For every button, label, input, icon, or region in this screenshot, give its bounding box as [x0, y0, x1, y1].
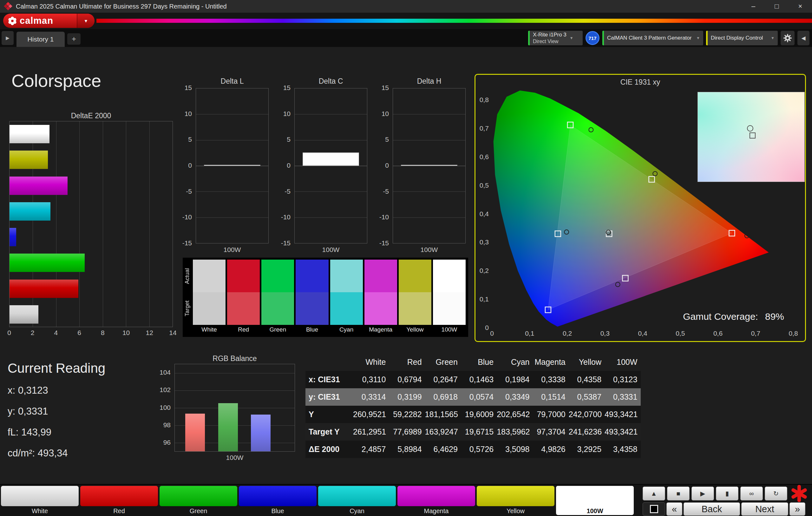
- table-row-label: Y: [306, 410, 353, 419]
- delta-h-bar: [401, 165, 457, 166]
- table-cell: 0,5387: [569, 392, 605, 402]
- cie-x-tick: 0,1: [517, 330, 542, 337]
- cie-x-tick: 0,4: [630, 330, 655, 337]
- delta-c-y-tick: 10: [274, 110, 291, 118]
- table-header-cell: Blue: [461, 358, 497, 367]
- table-header-cell: Magenta: [532, 358, 569, 367]
- eject-button[interactable]: ▲: [643, 487, 665, 500]
- swatch-target: [296, 292, 328, 325]
- add-tab-button[interactable]: +: [67, 33, 81, 45]
- table-cell: 0,6918: [425, 392, 461, 402]
- table-cell: 3,2925: [569, 445, 605, 454]
- deltae-x-tick: 0: [7, 329, 11, 337]
- table-row-label: y: CIE31: [306, 392, 353, 402]
- pattern-button-cyan[interactable]: Cyan: [318, 486, 396, 515]
- maximize-button[interactable]: □: [765, 0, 788, 13]
- back-button[interactable]: Back: [684, 503, 740, 516]
- logo-row: calman ▼: [0, 13, 812, 29]
- calman-flower-icon: [8, 16, 17, 26]
- delta-l-chart: [196, 88, 269, 243]
- table-cell: 4,9826: [532, 445, 569, 454]
- pattern-disabled-asterisk-icon: [790, 485, 808, 502]
- chevron-left-icon[interactable]: «: [666, 503, 682, 516]
- pattern-swatch: [398, 486, 475, 506]
- cie-y-tick: 0,4: [475, 210, 489, 218]
- display-control-dropdown[interactable]: Direct Display Control ▼: [706, 31, 778, 45]
- meter-mode: Direct View: [533, 38, 567, 45]
- deltae-chart: [9, 121, 173, 327]
- swatch-target: [227, 292, 260, 325]
- calman-menu-button[interactable]: calman ▼: [3, 13, 94, 28]
- delta-l-y-tick: 5: [175, 135, 192, 143]
- minimize-button[interactable]: –: [742, 0, 765, 13]
- loop-button[interactable]: ∞: [740, 487, 763, 500]
- deltae-bar-red: [9, 279, 78, 298]
- pattern-window-button[interactable]: [643, 503, 665, 516]
- delta-l-bar: [204, 165, 260, 166]
- pause-button[interactable]: ▮: [716, 487, 738, 500]
- swatch-label: Blue: [292, 326, 331, 333]
- meter-dropdown[interactable]: X-Rite i1Pro 3 Direct View ▼: [528, 31, 583, 45]
- panel-expander-button[interactable]: ▶: [2, 31, 13, 45]
- pattern-button-white[interactable]: White: [1, 486, 79, 515]
- chevron-right-icon[interactable]: »: [789, 503, 805, 516]
- calman-logo-text: calman: [20, 16, 53, 26]
- delta-l-title: Delta L: [196, 77, 269, 86]
- loop-icon: ∞: [749, 490, 754, 497]
- pattern-generator-dropdown[interactable]: CalMAN Client 3 Pattern Generator ▼: [602, 31, 703, 45]
- swatch-panel: Actual Target WhiteRedGreenBlueCyanMagen…: [183, 258, 468, 337]
- cie-y-tick: 0,3: [475, 238, 489, 246]
- swatch-red: Red: [227, 260, 260, 325]
- swatch-actual: [330, 260, 363, 292]
- pattern-button-yellow[interactable]: Yellow: [477, 486, 554, 515]
- stop-button[interactable]: ■: [667, 487, 690, 500]
- pattern-button-red[interactable]: Red: [80, 486, 158, 515]
- swatch-actual: [365, 260, 397, 292]
- pattern-button-magenta[interactable]: Magenta: [398, 486, 475, 515]
- pattern-buttons: WhiteRedGreenBlueCyanMagentaYellow100W: [1, 486, 634, 515]
- close-button[interactable]: ×: [788, 0, 812, 13]
- table-cell: 0,3314: [353, 392, 389, 402]
- chevron-down-icon: ▼: [570, 36, 574, 40]
- pattern-button-blue[interactable]: Blue: [239, 486, 317, 515]
- pattern-window-icon: [650, 505, 658, 513]
- next-button[interactable]: Next: [741, 503, 788, 516]
- table-cell: 0,1463: [461, 375, 497, 384]
- table-cell: 242,0700: [569, 410, 605, 419]
- table-cell: 0,2647: [425, 375, 461, 384]
- pattern-swatch: [160, 486, 237, 506]
- delta-h-y-tick: 15: [372, 84, 389, 92]
- delta-h-title: Delta H: [393, 77, 466, 86]
- swatch-label: Yellow: [396, 326, 435, 333]
- table-cell: 493,3421: [605, 410, 640, 419]
- table-cell: 0,1514: [532, 392, 569, 402]
- delta-l-x-label: 100W: [196, 246, 269, 253]
- play-button[interactable]: ▶: [692, 487, 714, 500]
- swatch-white: White: [193, 260, 226, 325]
- pattern-swatch: [477, 486, 554, 506]
- gear-icon: [783, 33, 792, 43]
- table-cell: 202,6542: [497, 410, 532, 419]
- collapse-toolbar-button[interactable]: ◀: [798, 31, 809, 45]
- table-header-cell: White: [353, 358, 389, 367]
- delta-h-y-tick: 5: [372, 135, 389, 143]
- pattern-button-green[interactable]: Green: [160, 486, 237, 515]
- chevron-down-icon[interactable]: ▼: [77, 13, 94, 28]
- swatch-actual: [433, 260, 466, 292]
- table-row: ΔE 20002,48575,89846,46290,57263,50984,9…: [306, 441, 641, 458]
- tab-history[interactable]: History 1: [17, 32, 65, 47]
- current-reading-line: cd/m²: 493,34: [8, 448, 105, 459]
- deltae-x-axis: 02468101214: [9, 329, 173, 338]
- deltae-bar-blue: [9, 228, 16, 246]
- pause-icon: ▮: [725, 490, 729, 497]
- delta-c-x-label: 100W: [294, 246, 367, 253]
- delta-l-y-tick: 15: [175, 84, 192, 92]
- delta-c-y-tick: 0: [274, 162, 291, 169]
- refresh-button[interactable]: ↻: [765, 487, 787, 500]
- swatch-cyan: Cyan: [330, 260, 363, 325]
- settings-gear-button[interactable]: [781, 31, 794, 45]
- cie-y-tick: 0,1: [475, 295, 489, 303]
- deltae-x-tick: 8: [101, 329, 105, 337]
- pattern-button-100w[interactable]: 100W: [556, 486, 634, 515]
- window-title: Calman 2025 Calman Ultimate for Business…: [16, 3, 227, 10]
